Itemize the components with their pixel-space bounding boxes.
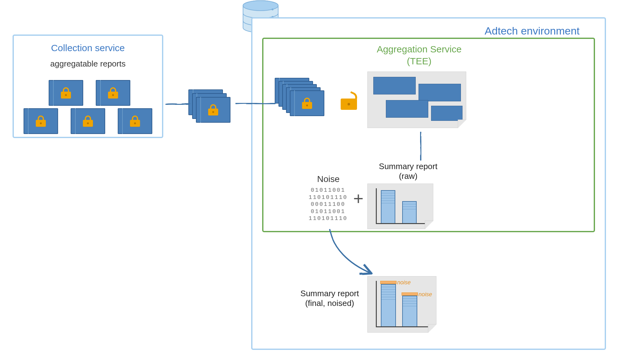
collection-service-subtitle: aggregatable reports <box>14 59 162 69</box>
locked-report-icon <box>49 80 83 106</box>
adtech-environment-title: Adtech environment <box>485 25 580 37</box>
summary-final-label: Summary report (final, noised) <box>294 289 366 308</box>
plus-icon: + <box>353 188 364 209</box>
decrypted-data-sheet <box>367 72 466 128</box>
arrow-icon <box>235 99 276 108</box>
locked-report-icon <box>24 108 58 134</box>
arrow-icon <box>165 99 190 108</box>
unlock-icon <box>341 91 357 110</box>
locked-report-icon <box>118 108 152 134</box>
summary-raw-sheet <box>367 184 433 229</box>
aggregation-service-title: Aggregation Service (TEE) <box>262 43 576 67</box>
noise-binary: 01011001 110101110 00011100 01011001 110… <box>301 187 355 222</box>
locked-reports-stack <box>188 89 235 127</box>
locked-reports-stack <box>275 78 331 119</box>
svg-point-2 <box>272 8 273 10</box>
summary-raw-label: Summary report (raw) <box>369 162 447 181</box>
summary-final-sheet: noise noise <box>367 276 436 333</box>
locked-report-icon <box>71 108 105 134</box>
arrow-icon <box>411 130 430 162</box>
collection-service-title: Collection service <box>14 43 162 53</box>
locked-report-icon <box>96 80 130 106</box>
arrow-icon <box>320 226 377 276</box>
noise-title: Noise <box>317 174 340 184</box>
